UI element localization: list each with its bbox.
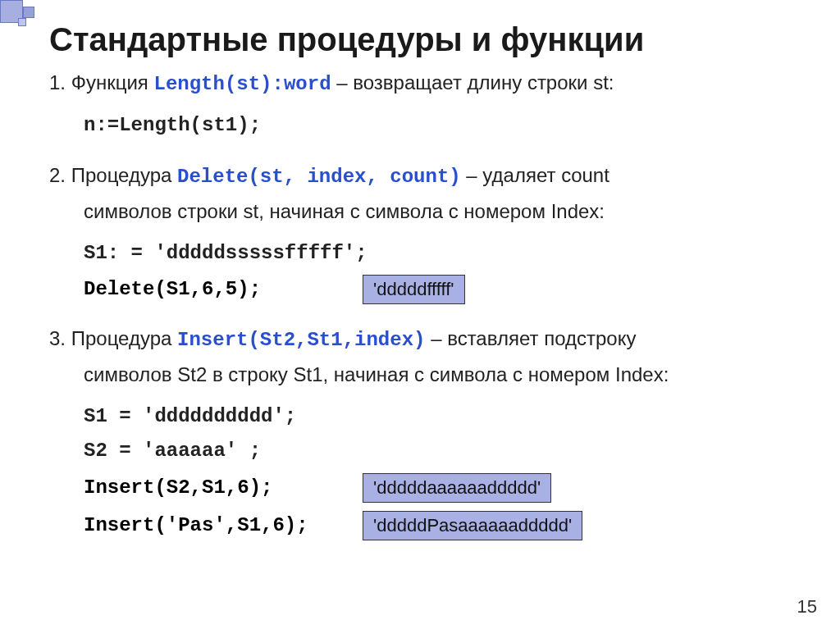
item3-result1-box: 'dddddaaaaaaddddd' <box>363 473 551 503</box>
item1-suffix: – возвращает длину строки st: <box>331 71 614 93</box>
item3-expr3: Insert(S2,S1,6); <box>84 476 330 499</box>
item2-result-box: 'dddddfffff' <box>363 275 465 304</box>
item3-expr2: S2 = 'aaaaaa' ; <box>49 438 791 464</box>
item1-code: Length(st):word <box>154 73 331 95</box>
item3-suffix: – вставляет подстроку <box>425 327 636 349</box>
page-number: 15 <box>797 596 817 618</box>
slide-content: Стандартные процедуры и функции 1. Функц… <box>0 0 840 565</box>
item2-row: Delete(S1,6,5); 'dddddfffff' <box>49 275 791 304</box>
item2-code: Delete(st, index, count) <box>177 166 461 188</box>
item1-prefix: 1. Функция <box>49 71 154 93</box>
item3-line1: 3. Процедура Insert(St2,St1,index) – вст… <box>49 326 791 353</box>
item3-expr1: S1 = 'dddddddddd'; <box>49 403 791 430</box>
item3-row1: Insert(S2,S1,6); 'dddddaaaaaaddddd' <box>49 473 791 503</box>
item3-row2: Insert('Pas',S1,6); 'dddddPasaaaaaaddddd… <box>49 511 791 540</box>
item1-line1: 1. Функция Length(st):word – возвращает … <box>49 70 791 98</box>
item2-line1: 2. Процедура Delete(st, index, count) – … <box>49 162 791 190</box>
item2-expr2: Delete(S1,6,5); <box>84 278 330 300</box>
corner-decoration <box>0 0 49 33</box>
item2-suffix: – удаляет count <box>461 164 609 186</box>
item3-expr4: Insert('Pas',S1,6); <box>84 514 330 536</box>
item2-line2: символов строки st, начиная с символа с … <box>49 198 791 225</box>
item3-line2: символов St2 в строку St1, начиная с сим… <box>49 362 791 388</box>
page-title: Стандартные процедуры и функции <box>49 21 791 58</box>
item3-code: Insert(St2,St1,index) <box>177 329 425 351</box>
item2-expr1: S1: = 'dddddsssssfffff'; <box>49 240 791 267</box>
item2-prefix: 2. Процедура <box>49 164 177 186</box>
item3-prefix: 3. Процедура <box>49 327 177 349</box>
item1-expr: n:=Length(st1); <box>49 112 791 139</box>
item3-result2-box: 'dddddPasaaaaaaddddd' <box>363 511 582 540</box>
